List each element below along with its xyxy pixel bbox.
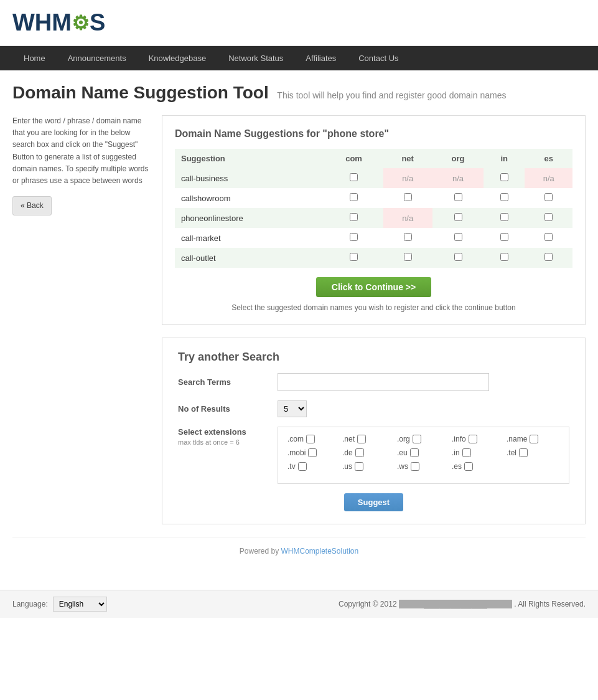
in-checkbox[interactable] xyxy=(500,233,508,241)
in-checkbox[interactable] xyxy=(500,193,508,201)
com-checkbox[interactable] xyxy=(350,253,358,261)
ext-checkbox-tv[interactable] xyxy=(298,462,307,471)
no-results-select[interactable]: 5 10 15 20 xyxy=(278,400,307,417)
back-button[interactable]: « Back xyxy=(12,196,52,215)
es-cell xyxy=(525,208,572,228)
in-cell xyxy=(484,188,525,208)
ext-label-de: .de xyxy=(342,448,353,457)
com-cell xyxy=(325,168,383,188)
es-cell xyxy=(525,188,572,208)
nav-item-contact[interactable]: Contact Us xyxy=(347,46,409,70)
ext-label-org: .org xyxy=(397,435,410,443)
org-checkbox[interactable] xyxy=(454,213,462,221)
logo-s: S xyxy=(90,9,105,36)
com-checkbox[interactable] xyxy=(350,213,358,221)
com-checkbox[interactable] xyxy=(350,193,358,201)
logo-wh: WHM xyxy=(12,9,72,36)
ext-label-in: .in xyxy=(452,448,460,457)
nav-link-announcements[interactable]: Announcements xyxy=(57,46,138,70)
com-cell xyxy=(325,188,383,208)
org-checkbox[interactable] xyxy=(454,233,462,241)
net-checkbox[interactable] xyxy=(404,193,412,201)
org-cell xyxy=(432,248,484,268)
domain-name: call-market xyxy=(175,228,325,248)
ext-checkbox-tel[interactable] xyxy=(519,448,528,457)
header: WHM⚙S xyxy=(0,0,598,46)
in-cell xyxy=(484,168,525,188)
in-checkbox[interactable] xyxy=(500,173,508,181)
col-net: net xyxy=(383,149,432,168)
ext-label-eu: .eu xyxy=(397,448,408,457)
ext-checkbox-de[interactable] xyxy=(355,448,364,457)
org-checkbox[interactable] xyxy=(454,253,462,261)
domain-name: phoneonlinestore xyxy=(175,208,325,228)
col-com: com xyxy=(325,149,383,168)
ext-label-tv: .tv xyxy=(287,462,296,471)
es-cell xyxy=(525,228,572,248)
net-cell xyxy=(383,228,432,248)
net-checkbox[interactable] xyxy=(404,233,412,241)
table-row: call-outlet xyxy=(175,248,572,268)
com-checkbox[interactable] xyxy=(350,173,358,181)
whmcs-link[interactable]: WHMCompleteSolution xyxy=(281,547,359,556)
ext-checkbox-ws[interactable] xyxy=(411,462,419,471)
ext-checkbox-eu[interactable] xyxy=(410,448,419,457)
ext-label-info: .info xyxy=(452,435,466,443)
es-checkbox[interactable] xyxy=(544,233,553,241)
ext-checkbox-us[interactable] xyxy=(355,462,363,471)
es-checkbox[interactable] xyxy=(544,193,553,201)
nav-item-affiliates[interactable]: Affiliates xyxy=(294,46,347,70)
nav-item-announcements[interactable]: Announcements xyxy=(57,46,138,70)
com-checkbox[interactable] xyxy=(350,233,358,241)
table-row: call-business n/a n/a n/a xyxy=(175,168,572,188)
na-text: n/a xyxy=(543,174,554,183)
es-checkbox[interactable] xyxy=(544,253,553,261)
ext-checkbox-in[interactable] xyxy=(462,448,471,457)
org-checkbox[interactable] xyxy=(454,193,462,201)
nav-link-contact[interactable]: Contact Us xyxy=(347,46,409,70)
in-checkbox[interactable] xyxy=(500,253,508,261)
na-text: n/a xyxy=(402,174,413,183)
ext-checkbox-com[interactable] xyxy=(306,435,315,443)
ext-checkbox-org[interactable] xyxy=(413,435,421,443)
ext-row-1: .com .net .org xyxy=(287,435,559,443)
nav-link-knowledgebase[interactable]: Knowledgebase xyxy=(138,46,218,70)
table-row: call-market xyxy=(175,228,572,248)
suggestions-table: Suggestion com net org in es call-busine… xyxy=(175,149,572,268)
domain-name: call-outlet xyxy=(175,248,325,268)
content-wrapper: Enter the word / phrase / domain name th… xyxy=(12,115,586,524)
ext-item-tv: .tv xyxy=(287,462,337,471)
ext-checkbox-mobi[interactable] xyxy=(308,448,317,457)
no-results-select-wrap: 5 10 15 20 xyxy=(278,400,569,417)
search-terms-label: Search Terms xyxy=(178,377,278,387)
nav-link-affiliates[interactable]: Affiliates xyxy=(294,46,347,70)
continue-button[interactable]: Click to Continue >> xyxy=(316,277,431,297)
ext-item-org: .org xyxy=(397,435,447,443)
no-results-label: No of Results xyxy=(178,404,278,414)
ext-checkbox-es[interactable] xyxy=(464,462,473,471)
ext-checkbox-name[interactable] xyxy=(530,435,538,443)
in-cell xyxy=(484,208,525,228)
language-select[interactable]: English xyxy=(53,597,107,612)
nav-item-home[interactable]: Home xyxy=(12,46,57,70)
nav-link-home[interactable]: Home xyxy=(12,46,57,70)
col-es: es xyxy=(525,149,572,168)
org-cell-na: n/a xyxy=(432,168,484,188)
es-checkbox[interactable] xyxy=(544,213,553,221)
ext-label-com: .com xyxy=(287,435,304,443)
logo-gear-icon: ⚙ xyxy=(72,11,90,35)
extensions-sublabel: max tlds at once = 6 xyxy=(178,438,278,447)
search-terms-input[interactable] xyxy=(278,373,489,391)
net-cell xyxy=(383,248,432,268)
ext-item-in: .in xyxy=(452,448,502,457)
nav-item-network-status[interactable]: Network Status xyxy=(217,46,294,70)
nav-item-knowledgebase[interactable]: Knowledgebase xyxy=(138,46,218,70)
left-panel: Enter the word / phrase / domain name th… xyxy=(12,115,149,524)
in-checkbox[interactable] xyxy=(500,213,508,221)
nav-link-network-status[interactable]: Network Status xyxy=(217,46,294,70)
ext-checkbox-net[interactable] xyxy=(357,435,366,443)
na-text: n/a xyxy=(452,174,464,183)
suggest-button[interactable]: Suggest xyxy=(344,493,403,511)
net-checkbox[interactable] xyxy=(404,253,412,261)
ext-checkbox-info[interactable] xyxy=(469,435,477,443)
